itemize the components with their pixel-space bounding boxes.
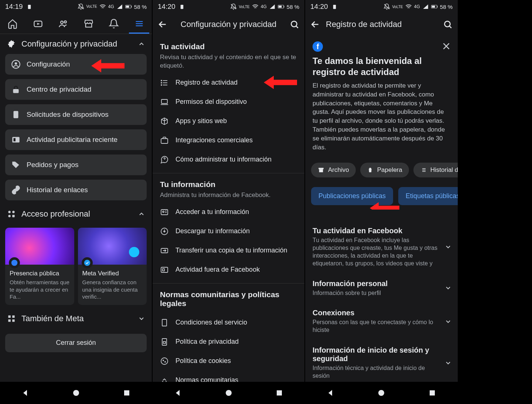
back-icon[interactable]: [310, 20, 320, 29]
off-fb-icon: [160, 265, 169, 274]
cat-subtitle: Información sobre tu perfil: [313, 289, 450, 297]
wifi-icon: [99, 3, 106, 10]
item-politica-privacidad[interactable]: Política de privacidad: [153, 332, 304, 352]
phone-screen-3: 14:20 VoLTE 4G 58 % Registro de activida…: [305, 0, 458, 404]
svg-rect-10: [28, 4, 31, 9]
nav-home-icon[interactable]: [72, 388, 81, 397]
close-icon[interactable]: [441, 41, 451, 51]
nav-back-icon[interactable]: [21, 388, 30, 397]
tab-menu[interactable]: [127, 13, 152, 34]
signal-icon: [422, 3, 429, 10]
cookie-icon: [160, 357, 169, 366]
page-title: Registro de actividad: [324, 20, 439, 29]
tab-label: Etiquetas públicas: [406, 192, 458, 200]
logout-label: Cerrar sesión: [56, 339, 96, 347]
section-title: Tu información: [160, 180, 297, 189]
welcome-body: El registro de actividad te permite ver …: [313, 81, 450, 152]
chip-archivo[interactable]: Archivo: [311, 163, 356, 177]
item-label: Descargar tu información: [175, 227, 250, 235]
gear-icon: [7, 39, 16, 49]
signal-icon: [269, 3, 276, 10]
svg-rect-21: [14, 111, 18, 118]
link-icon: [11, 185, 21, 195]
battery-label: 58 %: [287, 4, 299, 10]
nav-recent-icon[interactable]: [428, 388, 437, 397]
item-condiciones[interactable]: Condiciones del servicio: [153, 313, 304, 332]
item-descargar-info[interactable]: Descargar tu información: [153, 222, 304, 241]
svg-rect-31: [12, 315, 14, 318]
item-label: Acceder a tu información: [175, 208, 249, 216]
page-title: Configuración y privacidad: [171, 20, 286, 29]
red-arrow-icon: [264, 75, 297, 89]
item-pedidos-pagos[interactable]: Pedidos y pagos: [5, 155, 147, 175]
svg-point-25: [12, 211, 14, 213]
cat-tu-actividad-fb[interactable]: Tu actividad en Facebook Tu actividad en…: [305, 221, 458, 273]
logout-button[interactable]: Cerrar sesión: [5, 334, 147, 352]
item-centro-privacidad[interactable]: Centro de privacidad: [5, 79, 147, 100]
card-subtitle: Genera confianza con una insignia de cue…: [82, 279, 143, 301]
item-permisos-dispositivo[interactable]: Permisos del dispositivo: [153, 92, 304, 112]
pro-cards: Presencia pública Obtén herramientas que…: [0, 224, 152, 309]
chip-papelera[interactable]: Papelera: [360, 163, 409, 177]
battery-icon: [125, 3, 132, 10]
item-configuracion[interactable]: Configuración: [5, 54, 147, 75]
item-como-administrar[interactable]: Cómo administrar tu información: [153, 150, 304, 169]
item-historial-enlaces[interactable]: Historial de enlaces: [5, 180, 147, 200]
card-image: [5, 228, 74, 265]
cat-conexiones[interactable]: Conexiones Personas con las que te conec…: [305, 303, 458, 340]
tab-market[interactable]: [76, 13, 102, 34]
nav-back-icon[interactable]: [326, 388, 335, 397]
mute-icon: [230, 3, 237, 10]
item-actividad-fuera[interactable]: Actividad fuera de Facebook: [153, 260, 304, 279]
cat-informacion-personal[interactable]: Información personal Información sobre t…: [305, 274, 458, 303]
back-icon[interactable]: [158, 20, 167, 29]
card-meta-verified[interactable]: Meta Verified Genera confianza con una i…: [78, 228, 147, 305]
network-label: 4G: [414, 4, 420, 9]
tab-notifications[interactable]: [101, 13, 127, 34]
tab-friends[interactable]: [51, 13, 76, 34]
sim-icon: [27, 4, 32, 10]
item-acceder-info[interactable]: Acceder a tu información: [153, 203, 304, 222]
item-label: Historial de enlaces: [27, 186, 88, 194]
tab-watch[interactable]: [25, 13, 51, 34]
card-presencia-publica[interactable]: Presencia pública Obtén herramientas que…: [5, 228, 74, 305]
tab-etiquetas-publicas[interactable]: Etiquetas públicas: [398, 187, 458, 205]
laptop-icon: [160, 98, 169, 106]
cat-inicio-sesion-seguridad[interactable]: Información de inicio de sesión y seguri…: [305, 340, 458, 382]
item-transferir-copia[interactable]: Transferir una copia de tu información: [153, 241, 304, 260]
item-politica-cookies[interactable]: Política de cookies: [153, 352, 304, 371]
item-registro-actividad[interactable]: Registro de actividad: [153, 73, 304, 92]
trash-icon: [367, 167, 374, 173]
tab-home[interactable]: [0, 13, 25, 34]
search-icon[interactable]: [290, 20, 299, 29]
svg-point-68: [378, 390, 384, 396]
menu-icon: [134, 18, 144, 29]
item-integraciones[interactable]: Integraciones comerciales: [153, 131, 304, 150]
volte-label: VoLTE: [239, 5, 250, 9]
section-settings-privacy[interactable]: Configuración y privacidad: [0, 34, 152, 54]
item-apps-sitios[interactable]: Apps y sitios web: [153, 112, 304, 131]
search-icon[interactable]: [443, 20, 453, 29]
wifi-icon: [405, 3, 412, 10]
apps-icon: [7, 314, 16, 323]
cat-subtitle: Información técnica y actividad de inici…: [313, 364, 450, 380]
volte-label: VoLTE: [392, 5, 403, 9]
nav-recent-icon[interactable]: [275, 388, 284, 397]
chevron-down-icon: [138, 315, 145, 322]
section-tambien-meta[interactable]: También de Meta: [0, 309, 152, 329]
chevron-up-icon: [138, 210, 145, 218]
nav-back-icon[interactable]: [174, 388, 183, 397]
chip-historial[interactable]: Historial de activid: [413, 163, 458, 177]
archive-icon: [318, 167, 324, 173]
item-actividad-publicitaria[interactable]: Actividad publicitaria reciente: [5, 129, 147, 150]
volte-label: VoLTE: [86, 5, 97, 9]
svg-rect-69: [430, 390, 435, 395]
nav-recent-icon[interactable]: [122, 388, 131, 397]
nav-home-icon[interactable]: [224, 388, 233, 397]
item-solicitudes-dispositivos[interactable]: Solicitudes de dispositivos: [5, 104, 147, 125]
device-icon: [11, 110, 21, 119]
section-acceso-profesional[interactable]: Acceso profesional: [0, 204, 152, 224]
ad-icon: [11, 135, 21, 145]
item-normas-comunitarias[interactable]: Normas comunitarias: [153, 371, 304, 382]
nav-home-icon[interactable]: [377, 388, 386, 397]
